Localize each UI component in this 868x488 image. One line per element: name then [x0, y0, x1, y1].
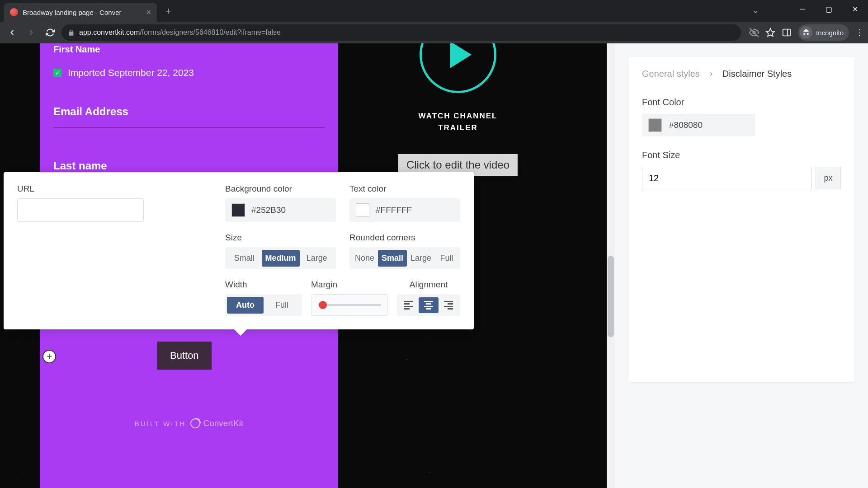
width-label: Width [225, 280, 302, 290]
convertkit-logo: ConvertKit [190, 418, 243, 428]
bg-color-field[interactable]: #252B30 [225, 198, 336, 222]
add-block-button[interactable]: + [42, 350, 56, 363]
tab-close-icon[interactable]: × [146, 8, 151, 17]
page-content: First Name ✓ Imported September 22, 2023… [0, 43, 868, 488]
lock-icon [68, 29, 75, 36]
bg-color-swatch[interactable] [231, 203, 245, 217]
text-color-field[interactable]: #FFFFFF [349, 198, 460, 222]
breadcrumb-root[interactable]: General styles [642, 69, 700, 79]
size-large[interactable]: Large [300, 250, 335, 267]
corners-label: Rounded corners [349, 233, 460, 243]
corners-small[interactable]: Small [378, 250, 407, 267]
imported-checkbox-row[interactable]: ✓ Imported September 22, 2023 [53, 67, 325, 78]
alignment-label: Alignment [397, 280, 460, 290]
checkbox-checked-icon[interactable]: ✓ [53, 69, 61, 77]
alignment-segment [397, 294, 460, 316]
url-text: app.convertkit.com/forms/designers/56468… [79, 28, 281, 37]
size-small[interactable]: Small [227, 250, 262, 267]
breadcrumb: General styles Disclaimer Styles [642, 69, 841, 79]
bookmark-star-icon[interactable] [765, 28, 775, 38]
font-size-input[interactable] [642, 167, 812, 189]
window-maximize-icon[interactable]: ▢ [816, 0, 842, 18]
font-size-label: Font Size [642, 150, 841, 160]
text-color-value: #FFFFFF [376, 205, 412, 215]
url-input[interactable] [17, 198, 144, 222]
built-with-text: BUILT WITH [135, 420, 186, 427]
email-field-block[interactable]: Email Address [53, 105, 325, 128]
chevron-right-icon [708, 71, 714, 77]
size-segment: Small Medium Large [225, 247, 336, 269]
text-color-swatch[interactable] [356, 203, 369, 217]
window-close-icon[interactable]: ✕ [842, 0, 868, 18]
nav-back-icon[interactable] [5, 25, 20, 40]
align-center-icon[interactable] [419, 297, 439, 313]
align-left-icon[interactable] [399, 297, 419, 313]
new-tab-button[interactable]: + [165, 5, 171, 17]
browser-tab[interactable]: Broadway landing page - Conver × [4, 3, 157, 22]
play-button-icon[interactable] [420, 43, 496, 93]
svg-rect-2 [783, 29, 791, 36]
browser-tabstrip: Broadway landing page - Conver × + [0, 0, 868, 22]
slider-thumb[interactable] [319, 301, 327, 309]
browser-menu-icon[interactable]: ⋮ [855, 28, 863, 38]
margin-label: Margin [311, 280, 388, 290]
incognito-label: Incognito [816, 29, 844, 37]
browser-toolbar: app.convertkit.com/forms/designers/56468… [0, 22, 868, 43]
nav-forward-icon[interactable] [24, 25, 39, 40]
nav-reload-icon[interactable] [42, 25, 58, 40]
window-controls: ─ ▢ ✕ [789, 0, 868, 18]
last-name-label: Last name [53, 160, 325, 172]
watch-trailer-text: WATCH CHANNEL TRAILER [338, 110, 578, 133]
size-medium[interactable]: Medium [262, 250, 300, 267]
button-settings-popover: URL Background color #252B30 Text color … [4, 172, 474, 329]
width-full[interactable]: Full [264, 297, 300, 314]
corners-large[interactable]: Large [407, 250, 435, 267]
built-with-badge[interactable]: BUILT WITH ConvertKit [40, 418, 338, 428]
size-label: Size [225, 233, 336, 243]
font-color-swatch[interactable] [648, 118, 662, 132]
svg-marker-1 [766, 28, 774, 36]
url-label: URL [17, 184, 212, 194]
canvas-scrollbar[interactable] [607, 43, 615, 488]
editor-canvas: First Name ✓ Imported September 22, 2023… [0, 43, 615, 488]
address-bar[interactable]: app.convertkit.com/forms/designers/56468… [61, 24, 741, 41]
text-color-label: Text color [349, 184, 460, 194]
font-color-field[interactable]: #808080 [642, 114, 755, 136]
eye-off-icon[interactable] [749, 28, 759, 38]
font-size-unit: px [816, 167, 841, 189]
first-name-label: First Name [53, 43, 325, 55]
side-panel-icon[interactable] [782, 28, 792, 38]
bg-color-value: #252B30 [251, 205, 286, 215]
tab-title: Broadway landing page - Conver [23, 9, 142, 16]
corners-full[interactable]: Full [435, 250, 458, 267]
breadcrumb-current: Disclaimer Styles [722, 69, 792, 79]
font-color-value: #808080 [669, 120, 703, 130]
incognito-icon [800, 26, 812, 39]
scrollbar-thumb[interactable] [608, 256, 614, 337]
right-sidebar: General styles Disclaimer Styles Font Co… [615, 43, 868, 488]
email-label: Email Address [53, 105, 325, 118]
form-button[interactable]: Button [157, 342, 212, 370]
imported-text: Imported September 22, 2023 [68, 67, 194, 78]
convertkit-icon [190, 418, 200, 428]
width-auto[interactable]: Auto [227, 297, 264, 314]
styles-panel: General styles Disclaimer Styles Font Co… [628, 57, 854, 382]
window-minimize-icon[interactable]: ─ [789, 0, 816, 18]
tab-overflow-icon[interactable]: ⌄ [752, 5, 760, 15]
tab-favicon [10, 8, 18, 16]
font-color-label: Font Color [642, 97, 841, 108]
corners-none[interactable]: None [351, 250, 378, 267]
corners-segment: None Small Large Full [349, 247, 460, 269]
bg-color-label: Background color [225, 184, 336, 194]
align-right-icon[interactable] [439, 297, 458, 313]
width-segment: Auto Full [225, 294, 302, 316]
incognito-pill[interactable]: Incognito [798, 24, 849, 41]
margin-slider[interactable] [311, 294, 388, 316]
